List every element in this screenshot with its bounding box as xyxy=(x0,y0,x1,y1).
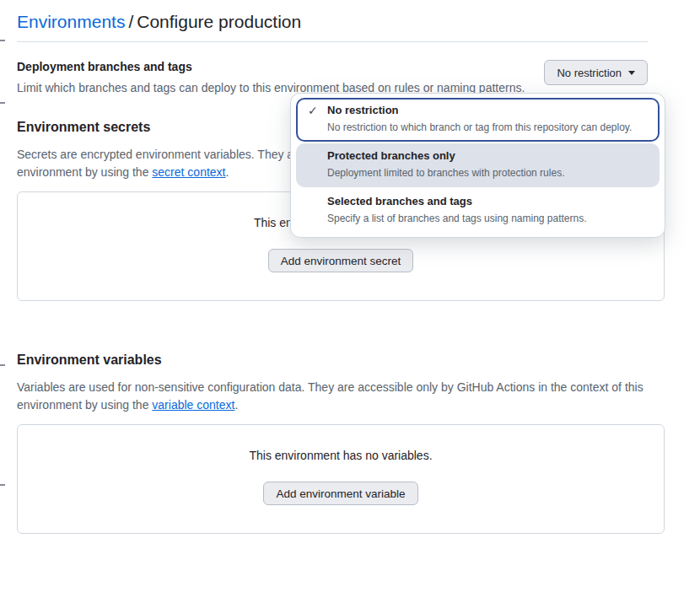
variable-context-link[interactable]: variable context xyxy=(152,398,234,412)
page-title-text: Configure production xyxy=(137,12,301,31)
deployment-branches-section: Deployment branches and tags Limit which… xyxy=(17,60,648,97)
menu-item-title: Protected branches only xyxy=(327,149,648,162)
caret-down-icon xyxy=(628,71,635,75)
deployment-branches-heading: Deployment branches and tags xyxy=(17,60,525,73)
environment-variables-heading: Environment variables xyxy=(17,353,648,368)
main-content: Environments/Configure production Deploy… xyxy=(0,0,683,534)
menu-item-description: No restriction to which branch or tag fr… xyxy=(327,121,648,134)
menu-item-description: Deployment limited to branches with prot… xyxy=(327,167,648,180)
check-icon: ✓ xyxy=(308,104,318,117)
branch-policy-select-label: No restriction xyxy=(557,67,622,79)
branch-policy-dropdown-menu: ✓ No restriction No restriction to which… xyxy=(290,93,665,238)
menu-item-protected-branches-only[interactable]: Protected branches only Deployment limit… xyxy=(296,143,660,187)
variables-empty-box: This environment has no variables. Add e… xyxy=(17,424,665,534)
secrets-description-period: . xyxy=(225,165,229,179)
header-divider xyxy=(17,41,648,42)
menu-item-no-restriction[interactable]: ✓ No restriction No restriction to which… xyxy=(296,98,660,142)
variables-description-period: . xyxy=(234,398,238,412)
breadcrumb-separator: / xyxy=(128,12,133,31)
deployment-branches-text: Deployment branches and tags Limit which… xyxy=(17,60,525,97)
menu-item-title: Selected branches and tags xyxy=(327,195,648,207)
menu-item-title: No restriction xyxy=(327,104,648,116)
environments-settings-page: Environments/Configure production Deploy… xyxy=(0,0,700,603)
menu-item-description: Specify a list of branches and tags usin… xyxy=(327,213,648,225)
add-environment-secret-button[interactable]: Add environment secret xyxy=(268,249,414,272)
secret-context-link[interactable]: secret context xyxy=(152,165,225,179)
menu-item-selected-branches-and-tags[interactable]: Selected branches and tags Specify a lis… xyxy=(296,189,660,233)
variables-description-text: Variables are used for non-sensitive con… xyxy=(17,380,643,412)
breadcrumb-environments-link[interactable]: Environments xyxy=(17,12,125,31)
variables-empty-text: This environment has no variables. xyxy=(249,449,432,462)
branch-policy-select-button[interactable]: No restriction xyxy=(544,60,648,85)
page-title: Environments/Configure production xyxy=(17,12,648,32)
environment-variables-description: Variables are used for non-sensitive con… xyxy=(17,379,648,414)
add-environment-variable-button[interactable]: Add environment variable xyxy=(263,482,417,505)
